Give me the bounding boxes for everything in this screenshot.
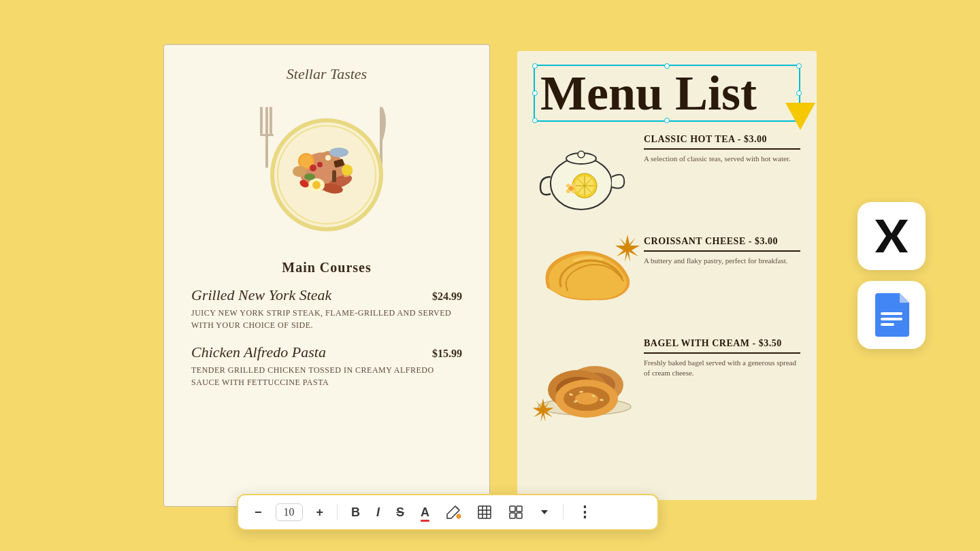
svg-rect-4 [271,107,272,134]
svg-rect-2 [270,107,271,134]
croissant-text: CROISSANT CHEESE - $3.00 A buttery and f… [644,235,800,266]
svg-point-24 [342,165,353,176]
bagel-desc: Freshly baked bagel served with a genero… [644,358,800,379]
restaurant-title: Stellar Tastes [191,65,462,83]
divider-2 [563,504,564,520]
svg-marker-27 [785,103,815,130]
strikethrough-btn[interactable]: S [393,504,407,521]
svg-point-41 [572,189,576,193]
svg-point-21 [317,162,323,167]
svg-rect-70 [517,506,522,512]
svg-marker-59 [875,220,908,252]
bagel-title: BAGEL WITH CREAM - $3.50 [644,337,800,354]
svg-point-40 [566,189,570,193]
font-color-btn[interactable]: A [418,504,432,521]
tea-text: CLASSIC HOT TEA - $3.00 A selection of c… [644,133,800,164]
handle-bl [532,118,538,123]
more-options-btn[interactable]: ⋮ [574,502,595,522]
svg-point-23 [329,148,348,157]
handle-bm [664,118,670,123]
svg-point-20 [310,165,316,171]
svg-point-30 [578,151,585,158]
svg-marker-43 [532,399,553,422]
decrease-font-btn[interactable]: − [252,504,265,521]
left-menu-card: Stellar Tastes [163,44,490,507]
menu-list-title-container[interactable]: Menu List [534,65,800,122]
handle-ml [532,90,538,96]
svg-rect-0 [265,107,268,168]
capcut-app-icon[interactable] [858,202,926,270]
svg-point-38 [566,184,570,188]
svg-rect-62 [881,323,894,326]
italic-btn[interactable]: I [374,504,382,521]
svg-point-63 [457,514,461,518]
increase-font-btn[interactable]: + [314,504,327,521]
item1-desc: Juicy New York strip steak, flame-grille… [191,307,462,331]
menu-item-2: Chicken Alfredo Pasta $15.99 Tender gril… [191,344,462,388]
fill-color-btn[interactable] [443,503,463,521]
handle-tm [664,63,670,69]
croissant-image [534,235,636,323]
divider-1 [337,504,338,520]
svg-point-19 [325,155,331,161]
item1-name: Grilled New York Steak [191,286,331,304]
croissant-menu-row: CROISSANT CHEESE - $3.00 A buttery and f… [534,235,800,323]
tea-title: CLASSIC HOT TEA - $3.00 [644,133,800,150]
svg-rect-64 [478,506,491,518]
tea-menu-row: CLASSIC HOT TEA - $3.00 A selection of c… [534,133,800,221]
plate-illustration [252,97,402,246]
svg-rect-71 [510,513,515,518]
table-btn[interactable] [474,503,495,521]
svg-point-53 [575,393,598,405]
item2-name: Chicken Alfredo Pasta [191,344,326,361]
svg-rect-3 [260,107,261,134]
tea-image [534,133,636,221]
croissant-title: CROISSANT CHEESE - $3.00 [644,235,800,252]
bagel-image [534,337,636,425]
svg-point-39 [572,184,576,188]
item1-price: $24.99 [432,290,462,303]
croissant-desc: A buttery and flaky pastry, perfect for … [644,256,800,266]
menu-item-1: Grilled New York Steak $24.99 Juicy New … [191,286,462,331]
svg-marker-73 [541,510,548,514]
toolbar: − 10 + B I S A [237,494,659,531]
item2-desc: Tender grilled chicken tossed in creamy … [191,364,462,388]
layout-btn[interactable] [506,503,526,521]
svg-rect-25 [332,170,336,182]
svg-rect-69 [510,506,515,512]
handle-mr [796,90,802,96]
gdocs-app-icon[interactable] [858,281,926,349]
handle-tl [532,63,538,69]
svg-point-22 [293,166,306,177]
svg-rect-61 [881,318,902,320]
right-menu-card: Menu List [517,51,817,500]
bagel-text: BAGEL WITH CREAM - $3.50 Freshly baked b… [644,337,800,378]
svg-point-17 [304,173,315,180]
item2-price: $15.99 [432,348,462,360]
section-title: Main Courses [191,260,462,276]
svg-point-15 [312,181,321,189]
svg-rect-60 [881,312,902,315]
svg-rect-5 [260,134,274,136]
main-container: Stellar Tastes [0,0,980,551]
menu-list-title: Menu List [535,66,799,120]
app-icons-container [858,202,926,349]
layout-dropdown-btn[interactable] [537,506,552,518]
bagel-menu-row: BAGEL WITH CREAM - $3.50 Freshly baked b… [534,337,800,425]
svg-marker-42 [615,235,640,262]
svg-rect-1 [261,107,263,134]
font-size-display[interactable]: 10 [276,503,303,521]
tea-desc: A selection of classic teas, served with… [644,154,800,164]
handle-tr [796,63,802,69]
svg-rect-72 [517,513,522,518]
bold-btn[interactable]: B [348,504,363,521]
